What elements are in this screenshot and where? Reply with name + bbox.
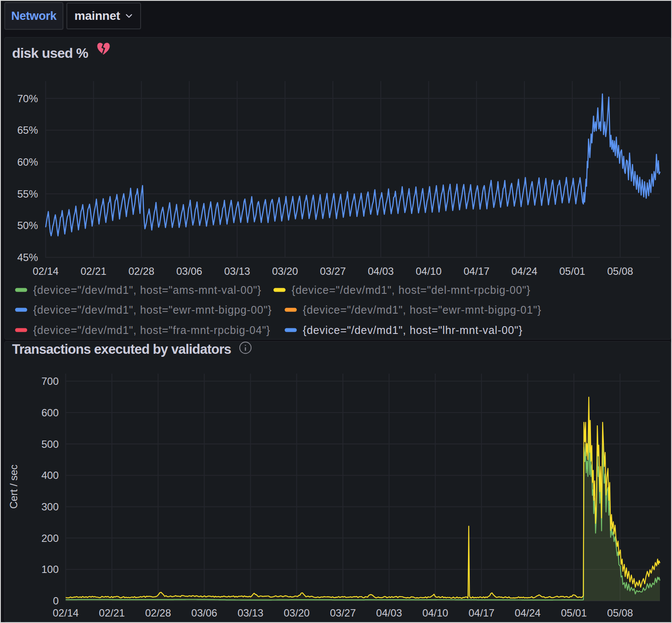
svg-text:50%: 50% — [17, 220, 38, 231]
svg-text:02/21: 02/21 — [81, 265, 107, 277]
svg-text:70%: 70% — [17, 93, 38, 104]
svg-text:04/17: 04/17 — [464, 265, 490, 277]
svg-text:03/20: 03/20 — [272, 265, 298, 277]
svg-text:03/06: 03/06 — [176, 265, 202, 277]
svg-text:05/08: 05/08 — [607, 265, 633, 277]
svg-text:Transactions executed by valid: Transactions executed by validators — [12, 342, 231, 357]
svg-text:disk used %: disk used % — [12, 45, 88, 61]
svg-text:{device="/dev/md1", host="fra-: {device="/dev/md1", host="fra-mnt-rpcbig… — [33, 324, 270, 336]
svg-text:{device="/dev/md1", host="del-: {device="/dev/md1", host="del-mnt-rpcbig… — [292, 284, 531, 296]
svg-text:500: 500 — [41, 438, 59, 450]
svg-text:600: 600 — [41, 407, 59, 418]
svg-text:03/13: 03/13 — [224, 265, 250, 277]
svg-text:03/27: 03/27 — [330, 607, 356, 619]
svg-text:03/06: 03/06 — [192, 607, 217, 619]
svg-text:60%: 60% — [17, 156, 38, 168]
svg-text:04/17: 04/17 — [468, 607, 494, 619]
svg-text:200: 200 — [41, 532, 59, 544]
svg-text:04/24: 04/24 — [515, 607, 540, 619]
svg-text:04/24: 04/24 — [512, 265, 537, 277]
svg-text:05/01: 05/01 — [559, 265, 585, 277]
svg-text:02/14: 02/14 — [53, 607, 79, 619]
svg-text:700: 700 — [41, 375, 59, 387]
svg-text:300: 300 — [41, 501, 59, 513]
svg-text:Cert / sec: Cert / sec — [8, 465, 19, 509]
svg-text:04/03: 04/03 — [376, 607, 402, 619]
svg-text:55%: 55% — [17, 188, 38, 200]
svg-text:02/28: 02/28 — [129, 265, 154, 277]
svg-text:{device="/dev/md1", host="ewr-: {device="/dev/md1", host="ewr-mnt-bigpg-… — [303, 304, 541, 316]
svg-text:400: 400 — [41, 469, 59, 481]
svg-text:05/01: 05/01 — [561, 607, 587, 619]
svg-text:0: 0 — [53, 595, 59, 607]
svg-text:45%: 45% — [17, 252, 38, 263]
svg-text:03/20: 03/20 — [284, 607, 310, 619]
svg-text:02/28: 02/28 — [145, 607, 171, 619]
svg-text:{device="/dev/md1", host="ewr-: {device="/dev/md1", host="ewr-mnt-bigpg-… — [33, 304, 272, 316]
svg-text:03/27: 03/27 — [320, 265, 346, 277]
svg-text:04/10: 04/10 — [422, 607, 448, 619]
svg-text:04/10: 04/10 — [416, 265, 442, 277]
svg-text:02/21: 02/21 — [99, 607, 125, 619]
svg-text:100: 100 — [41, 563, 59, 575]
svg-text:{device="/dev/md1", host="lhr-: {device="/dev/md1", host="lhr-mnt-val-00… — [303, 324, 523, 336]
svg-text:04/03: 04/03 — [368, 265, 394, 277]
svg-text:{device="/dev/md1", host="ams-: {device="/dev/md1", host="ams-mnt-val-00… — [33, 284, 261, 296]
svg-text:02/14: 02/14 — [33, 265, 59, 277]
svg-text:05/08: 05/08 — [607, 607, 633, 619]
svg-text:65%: 65% — [17, 124, 38, 136]
svg-text:03/13: 03/13 — [238, 607, 264, 619]
